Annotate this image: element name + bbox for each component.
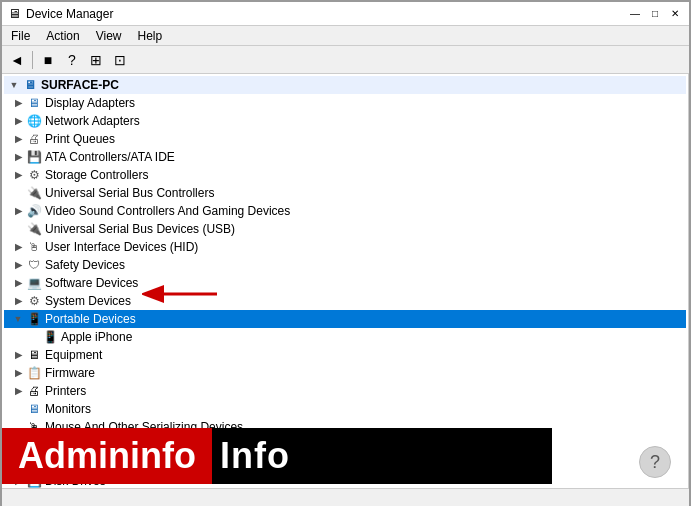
maximize-button[interactable]: □: [647, 6, 663, 22]
tree-item-usb-ctrl[interactable]: 🔌 Universal Serial Bus Controllers: [4, 184, 686, 202]
status-bar: [2, 488, 689, 506]
menu-file[interactable]: File: [6, 28, 35, 44]
label-sound: Video Sound Controllers And Gaming Devic…: [45, 204, 290, 218]
label-usb-dev: Universal Serial Bus Devices (USB): [45, 222, 235, 236]
expand-firmware[interactable]: ▶: [12, 367, 24, 379]
expand-print[interactable]: ▶: [12, 133, 24, 145]
expand-display[interactable]: ▶: [12, 97, 24, 109]
tree-item-hid[interactable]: ▶ 🖱 User Interface Devices (HID): [4, 238, 686, 256]
expand-sound[interactable]: ▶: [12, 205, 24, 217]
expand-printers[interactable]: ▶: [12, 385, 24, 397]
tree-root[interactable]: ▼ 🖥 SURFACE-PC: [4, 76, 686, 94]
toolbar-sep-1: [32, 51, 33, 69]
label-firmware: Firmware: [45, 366, 95, 380]
main-content: ▼ 🖥 SURFACE-PC ▶ 🖥 Display Adapters ▶ 🌐 …: [2, 74, 689, 488]
icon-printers: 🖨: [26, 383, 42, 399]
title-bar: 🖥 Device Manager — □ ✕: [2, 2, 689, 26]
icon-usb-dev: 🔌: [26, 221, 42, 237]
icon-display: 🖥: [26, 95, 42, 111]
label-system: System Devices: [45, 294, 131, 308]
toolbar-back[interactable]: ◄: [6, 49, 28, 71]
expand-software[interactable]: ▶: [12, 277, 24, 289]
icon-software: 💻: [26, 275, 42, 291]
label-usb-ctrl: Universal Serial Bus Controllers: [45, 186, 214, 200]
tree-item-network[interactable]: ▶ 🌐 Network Adapters: [4, 112, 686, 130]
tree-item-system[interactable]: ▶ ⚙ System Devices: [4, 292, 686, 310]
window-controls: — □ ✕: [627, 6, 683, 22]
label-safety: Safety Devices: [45, 258, 125, 272]
tree-item-portable[interactable]: ▼ 📱 Portable Devices: [4, 310, 686, 328]
toolbar-view2[interactable]: ⊡: [109, 49, 131, 71]
expand-portable[interactable]: ▼: [12, 313, 24, 325]
label-monitors: Monitors: [45, 402, 91, 416]
expand-hid[interactable]: ▶: [12, 241, 24, 253]
icon-sound: 🔊: [26, 203, 42, 219]
tree-item-software[interactable]: ▶ 💻 Software Devices: [4, 274, 686, 292]
toolbar: ◄ ■ ? ⊞ ⊡: [2, 46, 689, 74]
tree-item-usb-dev[interactable]: 🔌 Universal Serial Bus Devices (USB): [4, 220, 686, 238]
root-icon: 🖥: [22, 77, 38, 93]
menu-help[interactable]: Help: [133, 28, 168, 44]
icon-portable: 📱: [26, 311, 42, 327]
icon-network: 🌐: [26, 113, 42, 129]
label-printers: Printers: [45, 384, 86, 398]
admin-banner-suffix: Info: [212, 435, 290, 477]
icon-monitors: 🖥: [26, 401, 42, 417]
tree-item-monitors[interactable]: 🖥 Monitors: [4, 400, 686, 418]
tree-item-storage[interactable]: ▶ ⚙ Storage Controllers: [4, 166, 686, 184]
icon-ata: 💾: [26, 149, 42, 165]
admin-banner: Admininfo Info: [2, 428, 552, 484]
expand-storage[interactable]: ▶: [12, 169, 24, 181]
tree-item-display-adapters[interactable]: ▶ 🖥 Display Adapters: [4, 94, 686, 112]
label-portable: Portable Devices: [45, 312, 136, 326]
tree-item-ata[interactable]: ▶ 💾 ATA Controllers/ATA IDE: [4, 148, 686, 166]
close-button[interactable]: ✕: [667, 6, 683, 22]
label-equipment: Equipment: [45, 348, 102, 362]
toolbar-help[interactable]: ?: [61, 49, 83, 71]
expand-equipment[interactable]: ▶: [12, 349, 24, 361]
root-expand[interactable]: ▼: [8, 79, 20, 91]
tree-view[interactable]: ▼ 🖥 SURFACE-PC ▶ 🖥 Display Adapters ▶ 🌐 …: [2, 74, 689, 488]
icon-equipment: 🖥: [26, 347, 42, 363]
menu-bar: File Action View Help: [2, 26, 689, 46]
help-icon-wrapper: ?: [639, 446, 671, 478]
admin-banner-red-section: Admininfo: [2, 428, 212, 484]
tree-item-printers[interactable]: ▶ 🖨 Printers: [4, 382, 686, 400]
icon-storage: ⚙: [26, 167, 42, 183]
toolbar-view1[interactable]: ⊞: [85, 49, 107, 71]
app-icon: 🖥: [8, 6, 21, 21]
root-label: SURFACE-PC: [41, 78, 119, 92]
expand-network[interactable]: ▶: [12, 115, 24, 127]
label-print: Print Queues: [45, 132, 115, 146]
label-display: Display Adapters: [45, 96, 135, 110]
minimize-button[interactable]: —: [627, 6, 643, 22]
tree-item-firmware[interactable]: ▶ 📋 Firmware: [4, 364, 686, 382]
icon-iphone: 📱: [42, 329, 58, 345]
toolbar-stop[interactable]: ■: [37, 49, 59, 71]
admin-banner-prefix: Admininfo: [18, 435, 196, 477]
label-storage: Storage Controllers: [45, 168, 148, 182]
icon-system: ⚙: [26, 293, 42, 309]
tree-item-iphone[interactable]: 📱 Apple iPhone: [4, 328, 686, 346]
tree-item-safety[interactable]: ▶ 🛡 Safety Devices: [4, 256, 686, 274]
window-title: Device Manager: [26, 7, 113, 21]
icon-firmware: 📋: [26, 365, 42, 381]
label-software: Software Devices: [45, 276, 138, 290]
menu-action[interactable]: Action: [41, 28, 84, 44]
tree-item-print[interactable]: ▶ 🖨 Print Queues: [4, 130, 686, 148]
window: 🖥 Device Manager — □ ✕ File Action View …: [0, 0, 691, 506]
label-iphone: Apple iPhone: [61, 330, 132, 344]
expand-ata[interactable]: ▶: [12, 151, 24, 163]
expand-system[interactable]: ▶: [12, 295, 24, 307]
label-hid: User Interface Devices (HID): [45, 240, 198, 254]
icon-usb-ctrl: 🔌: [26, 185, 42, 201]
tree-item-sound[interactable]: ▶ 🔊 Video Sound Controllers And Gaming D…: [4, 202, 686, 220]
menu-view[interactable]: View: [91, 28, 127, 44]
icon-print: 🖨: [26, 131, 42, 147]
icon-safety: 🛡: [26, 257, 42, 273]
expand-safety[interactable]: ▶: [12, 259, 24, 271]
tree-item-equipment[interactable]: ▶ 🖥 Equipment: [4, 346, 686, 364]
help-circle-icon[interactable]: ?: [639, 446, 671, 478]
label-ata: ATA Controllers/ATA IDE: [45, 150, 175, 164]
icon-hid: 🖱: [26, 239, 42, 255]
